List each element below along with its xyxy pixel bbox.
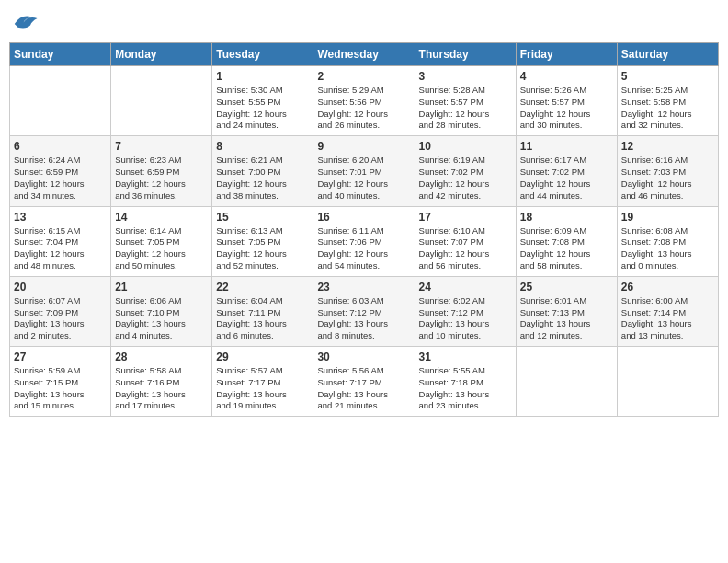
day-number: 29: [216, 350, 309, 363]
calendar-cell: 24Sunrise: 6:02 AM Sunset: 7:12 PM Dayli…: [415, 276, 516, 346]
calendar-table: SundayMondayTuesdayWednesdayThursdayFrid…: [9, 42, 719, 417]
calendar-cell: 31Sunrise: 5:55 AM Sunset: 7:18 PM Dayli…: [415, 347, 516, 417]
calendar-week-row: 1Sunrise: 5:30 AM Sunset: 5:55 PM Daylig…: [10, 66, 719, 136]
calendar-cell: 13Sunrise: 6:15 AM Sunset: 7:04 PM Dayli…: [10, 206, 111, 276]
calendar-cell: 30Sunrise: 5:56 AM Sunset: 7:17 PM Dayli…: [313, 347, 415, 417]
day-header-sunday: Sunday: [10, 43, 111, 66]
day-content: Sunrise: 6:20 AM Sunset: 7:01 PM Dayligh…: [317, 155, 410, 201]
day-content: Sunrise: 5:59 AM Sunset: 7:15 PM Dayligh…: [14, 365, 107, 412]
calendar-cell: 21Sunrise: 6:06 AM Sunset: 7:10 PM Dayli…: [111, 276, 212, 346]
day-content: Sunrise: 5:25 AM Sunset: 5:58 PM Dayligh…: [621, 85, 714, 132]
day-content: Sunrise: 6:11 AM Sunset: 7:06 PM Dayligh…: [317, 225, 410, 272]
calendar-cell: 7Sunrise: 6:23 AM Sunset: 6:59 PM Daylig…: [111, 136, 212, 206]
calendar-week-row: 20Sunrise: 6:07 AM Sunset: 7:09 PM Dayli…: [10, 276, 719, 346]
day-header-wednesday: Wednesday: [313, 43, 415, 66]
day-content: Sunrise: 5:55 AM Sunset: 7:18 PM Dayligh…: [419, 365, 512, 412]
day-content: Sunrise: 6:23 AM Sunset: 6:59 PM Dayligh…: [115, 155, 208, 201]
day-number: 3: [419, 70, 512, 83]
day-number: 16: [317, 211, 410, 224]
calendar-cell: 10Sunrise: 6:19 AM Sunset: 7:02 PM Dayli…: [415, 136, 516, 206]
day-content: Sunrise: 6:02 AM Sunset: 7:12 PM Dayligh…: [419, 295, 512, 342]
day-content: Sunrise: 6:03 AM Sunset: 7:12 PM Dayligh…: [317, 295, 410, 342]
day-content: Sunrise: 6:24 AM Sunset: 6:59 PM Dayligh…: [14, 155, 107, 201]
day-content: Sunrise: 6:04 AM Sunset: 7:11 PM Dayligh…: [216, 295, 309, 342]
day-number: 2: [317, 70, 410, 83]
day-content: Sunrise: 6:06 AM Sunset: 7:10 PM Dayligh…: [115, 295, 208, 342]
day-number: 1: [216, 70, 309, 83]
calendar-header-row: SundayMondayTuesdayWednesdayThursdayFrid…: [10, 43, 719, 66]
day-content: Sunrise: 6:08 AM Sunset: 7:08 PM Dayligh…: [621, 225, 714, 272]
day-number: 10: [419, 140, 512, 153]
day-content: Sunrise: 6:13 AM Sunset: 7:05 PM Dayligh…: [216, 225, 309, 272]
day-number: 14: [115, 211, 208, 224]
day-content: Sunrise: 5:58 AM Sunset: 7:16 PM Dayligh…: [115, 365, 208, 412]
calendar-cell: 2Sunrise: 5:29 AM Sunset: 5:56 PM Daylig…: [313, 66, 415, 136]
day-header-tuesday: Tuesday: [212, 43, 313, 66]
calendar-cell: 5Sunrise: 5:25 AM Sunset: 5:58 PM Daylig…: [617, 66, 718, 136]
calendar-cell: 23Sunrise: 6:03 AM Sunset: 7:12 PM Dayli…: [313, 276, 415, 346]
calendar-cell: 25Sunrise: 6:01 AM Sunset: 7:13 PM Dayli…: [516, 276, 617, 346]
day-number: 7: [115, 140, 208, 153]
day-content: Sunrise: 5:26 AM Sunset: 5:57 PM Dayligh…: [520, 85, 613, 132]
day-header-thursday: Thursday: [415, 43, 516, 66]
calendar-cell: [10, 66, 111, 136]
calendar-cell: 14Sunrise: 6:14 AM Sunset: 7:05 PM Dayli…: [111, 206, 212, 276]
day-number: 21: [115, 281, 208, 293]
calendar-cell: 3Sunrise: 5:28 AM Sunset: 5:57 PM Daylig…: [415, 66, 516, 136]
calendar-cell: 26Sunrise: 6:00 AM Sunset: 7:14 PM Dayli…: [617, 276, 718, 346]
day-number: 5: [621, 70, 714, 83]
day-content: Sunrise: 6:14 AM Sunset: 7:05 PM Dayligh…: [115, 225, 208, 272]
calendar-cell: 11Sunrise: 6:17 AM Sunset: 7:02 PM Dayli…: [516, 136, 617, 206]
day-number: 27: [14, 350, 107, 363]
calendar-cell: 6Sunrise: 6:24 AM Sunset: 6:59 PM Daylig…: [10, 136, 111, 206]
day-content: Sunrise: 6:07 AM Sunset: 7:09 PM Dayligh…: [14, 295, 107, 342]
day-content: Sunrise: 5:28 AM Sunset: 5:57 PM Dayligh…: [419, 85, 512, 132]
calendar-week-row: 13Sunrise: 6:15 AM Sunset: 7:04 PM Dayli…: [10, 206, 719, 276]
day-number: 30: [317, 350, 410, 363]
calendar-cell: 1Sunrise: 5:30 AM Sunset: 5:55 PM Daylig…: [212, 66, 313, 136]
logo: [9, 9, 39, 35]
day-number: 23: [317, 281, 410, 293]
calendar-week-row: 27Sunrise: 5:59 AM Sunset: 7:15 PM Dayli…: [10, 347, 719, 417]
calendar-cell: 4Sunrise: 5:26 AM Sunset: 5:57 PM Daylig…: [516, 66, 617, 136]
day-number: 15: [216, 211, 309, 224]
calendar-cell: 18Sunrise: 6:09 AM Sunset: 7:08 PM Dayli…: [516, 206, 617, 276]
calendar-cell: 20Sunrise: 6:07 AM Sunset: 7:09 PM Dayli…: [10, 276, 111, 346]
day-content: Sunrise: 5:30 AM Sunset: 5:55 PM Dayligh…: [216, 85, 309, 132]
calendar-cell: 8Sunrise: 6:21 AM Sunset: 7:00 PM Daylig…: [212, 136, 313, 206]
calendar-cell: 22Sunrise: 6:04 AM Sunset: 7:11 PM Dayli…: [212, 276, 313, 346]
calendar-cell: [516, 347, 617, 417]
calendar-cell: 16Sunrise: 6:11 AM Sunset: 7:06 PM Dayli…: [313, 206, 415, 276]
page-header: [9, 9, 719, 35]
day-number: 18: [520, 211, 613, 224]
day-content: Sunrise: 6:16 AM Sunset: 7:03 PM Dayligh…: [621, 155, 714, 201]
day-content: Sunrise: 5:57 AM Sunset: 7:17 PM Dayligh…: [216, 365, 309, 412]
day-header-monday: Monday: [111, 43, 212, 66]
day-number: 13: [14, 211, 107, 224]
calendar-cell: 19Sunrise: 6:08 AM Sunset: 7:08 PM Dayli…: [617, 206, 718, 276]
calendar-cell: 29Sunrise: 5:57 AM Sunset: 7:17 PM Dayli…: [212, 347, 313, 417]
day-content: Sunrise: 6:00 AM Sunset: 7:14 PM Dayligh…: [621, 295, 714, 342]
day-number: 25: [520, 281, 613, 293]
calendar-cell: [111, 66, 212, 136]
day-content: Sunrise: 6:10 AM Sunset: 7:07 PM Dayligh…: [419, 225, 512, 272]
day-number: 20: [14, 281, 107, 293]
logo-bird-icon: [11, 9, 39, 35]
calendar-cell: 12Sunrise: 6:16 AM Sunset: 7:03 PM Dayli…: [617, 136, 718, 206]
day-number: 28: [115, 350, 208, 363]
day-content: Sunrise: 5:56 AM Sunset: 7:17 PM Dayligh…: [317, 365, 410, 412]
day-number: 19: [621, 211, 714, 224]
day-content: Sunrise: 6:19 AM Sunset: 7:02 PM Dayligh…: [419, 155, 512, 201]
calendar-cell: 27Sunrise: 5:59 AM Sunset: 7:15 PM Dayli…: [10, 347, 111, 417]
day-number: 8: [216, 140, 309, 153]
day-content: Sunrise: 6:17 AM Sunset: 7:02 PM Dayligh…: [520, 155, 613, 201]
day-number: 17: [419, 211, 512, 224]
calendar-cell: 15Sunrise: 6:13 AM Sunset: 7:05 PM Dayli…: [212, 206, 313, 276]
day-content: Sunrise: 6:01 AM Sunset: 7:13 PM Dayligh…: [520, 295, 613, 342]
day-number: 26: [621, 281, 714, 293]
day-number: 22: [216, 281, 309, 293]
day-header-friday: Friday: [516, 43, 617, 66]
day-header-saturday: Saturday: [617, 43, 718, 66]
calendar-cell: 28Sunrise: 5:58 AM Sunset: 7:16 PM Dayli…: [111, 347, 212, 417]
day-number: 31: [419, 350, 512, 363]
